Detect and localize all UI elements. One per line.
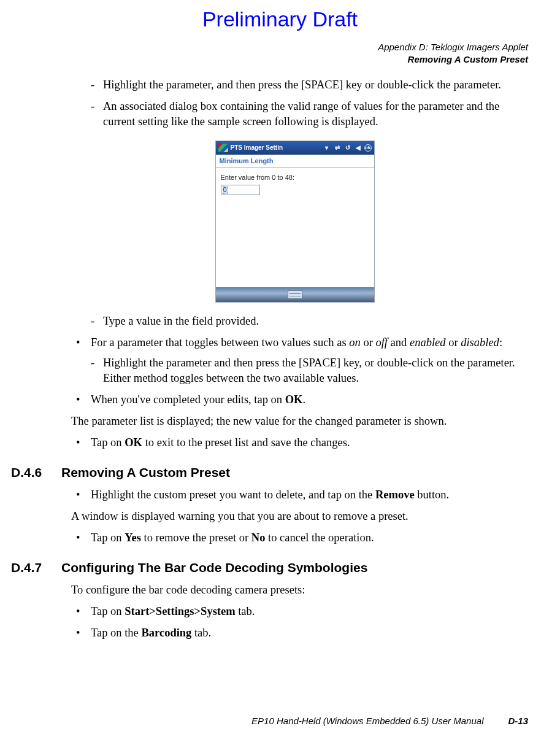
- text: Tap on: [91, 531, 125, 544]
- text: For a parameter that toggles between two…: [91, 336, 349, 349]
- text: tab.: [191, 627, 211, 639]
- list-item: Highlight the custom preset you want to …: [71, 487, 528, 503]
- text: OK: [285, 393, 303, 406]
- text: button.: [415, 489, 450, 501]
- page-footer: EP10 Hand-Held (Windows Embedded 6.5) Us…: [0, 716, 560, 726]
- text: and: [388, 336, 410, 349]
- text: enabled: [410, 336, 446, 349]
- text: tab.: [236, 605, 255, 617]
- list-item: An associated dialog box containing the …: [91, 99, 528, 129]
- bullet-list: Tap on Start>Settings>System tab. Tap on…: [71, 604, 528, 641]
- appendix-line2: Removing A Custom Preset: [0, 53, 528, 66]
- text: or: [446, 336, 461, 349]
- dialog-header: Minimum Length: [216, 155, 374, 168]
- text: Highlight the custom preset you want to …: [91, 489, 375, 501]
- embedded-screenshot: PTS Imager Settin ▾ ⇄ ↺ ◀ ok Minimum Len…: [61, 141, 528, 303]
- text: Tap on: [91, 436, 125, 449]
- intro-dash-list: Highlight the parameter, and then press …: [91, 77, 528, 129]
- text: When you've completed your edits, tap on: [91, 393, 285, 406]
- list-item: Tap on Yes to remove the preset or No to…: [71, 530, 528, 546]
- draft-watermark: Preliminary Draft: [0, 0, 560, 31]
- bullet-list: Highlight the custom preset you want to …: [71, 487, 528, 503]
- volume-icon: ◀: [354, 144, 362, 152]
- bullet-list: For a parameter that toggles between two…: [71, 335, 528, 408]
- page-content: Highlight the parameter, and then press …: [0, 65, 560, 641]
- list-item: Type a value in the field provided.: [91, 314, 528, 329]
- text: Start>Settings>System: [125, 605, 235, 617]
- list-item: Tap on OK to exit to the preset list and…: [71, 435, 528, 450]
- dialog-bottombar: [216, 287, 374, 302]
- value-input[interactable]: 0: [221, 185, 260, 195]
- dialog-body: Enter value from 0 to 48: 0: [216, 168, 374, 287]
- text: on: [349, 336, 361, 349]
- section-number: D.4.7: [0, 560, 61, 575]
- appendix-header: Appendix D: Teklogix Imagers Applet Remo…: [0, 41, 560, 65]
- nested-list: Highlight the parameter and then press t…: [91, 355, 528, 386]
- post-dash-list: Type a value in the field provided.: [91, 314, 528, 329]
- text: Tap on: [91, 605, 125, 617]
- text: to exit to the preset list and save the …: [142, 436, 350, 449]
- ok-button[interactable]: ok: [364, 144, 372, 152]
- start-icon: [218, 144, 228, 152]
- text: off: [375, 336, 388, 349]
- list-item: For a parameter that toggles between two…: [71, 335, 528, 386]
- body-paragraph: To configure the bar code decoding camer…: [71, 582, 528, 598]
- text: Tap on the: [91, 627, 141, 639]
- section-number: D.4.6: [0, 465, 61, 480]
- section-heading-d46: D.4.6 Removing A Custom Preset: [61, 465, 528, 480]
- text: to cancel the operation.: [265, 531, 374, 544]
- appendix-line1: Appendix D: Teklogix Imagers Applet: [0, 41, 528, 53]
- section-title: Removing A Custom Preset: [61, 465, 230, 480]
- text: .: [303, 393, 306, 406]
- dialog-window: PTS Imager Settin ▾ ⇄ ↺ ◀ ok Minimum Len…: [215, 141, 375, 303]
- text: disabled: [461, 336, 499, 349]
- body-paragraph: The parameter list is displayed; the new…: [71, 414, 528, 429]
- sync-icon: ↺: [343, 144, 352, 152]
- text: No: [251, 531, 266, 544]
- bullet-list: Tap on OK to exit to the preset list and…: [71, 435, 528, 450]
- list-item: Highlight the parameter, and then press …: [91, 77, 528, 93]
- dialog-title: PTS Imager Settin: [231, 144, 283, 151]
- text: OK: [125, 436, 142, 449]
- dialog-prompt: Enter value from 0 to 48:: [221, 174, 369, 181]
- signal-icon: ▾: [323, 144, 331, 152]
- input-value: 0: [223, 186, 228, 194]
- text: to remove the preset or: [141, 531, 251, 544]
- text: :: [499, 336, 502, 349]
- dialog-titlebar: PTS Imager Settin ▾ ⇄ ↺ ◀ ok: [216, 141, 374, 155]
- list-item: Tap on Start>Settings>System tab.: [71, 604, 528, 619]
- page-number: D-13: [508, 716, 528, 726]
- footer-manual-title: EP10 Hand-Held (Windows Embedded 6.5) Us…: [251, 716, 483, 726]
- section-heading-d47: D.4.7 Configuring The Bar Code Decoding …: [61, 560, 528, 575]
- body-paragraph: A window is displayed warning you that y…: [71, 509, 528, 524]
- text: Remove: [375, 489, 415, 501]
- list-item: Highlight the parameter and then press t…: [91, 355, 528, 386]
- keyboard-icon[interactable]: [288, 290, 302, 299]
- list-item: When you've completed your edits, tap on…: [71, 392, 528, 408]
- text: Barcoding: [141, 627, 191, 639]
- list-item: Tap on the Barcoding tab.: [71, 625, 528, 641]
- text: Yes: [125, 531, 141, 544]
- section-title: Configuring The Bar Code Decoding Symbol…: [61, 560, 367, 575]
- bullet-list: Tap on Yes to remove the preset or No to…: [71, 530, 528, 546]
- connectivity-icon: ⇄: [333, 144, 342, 152]
- text: or: [361, 336, 376, 349]
